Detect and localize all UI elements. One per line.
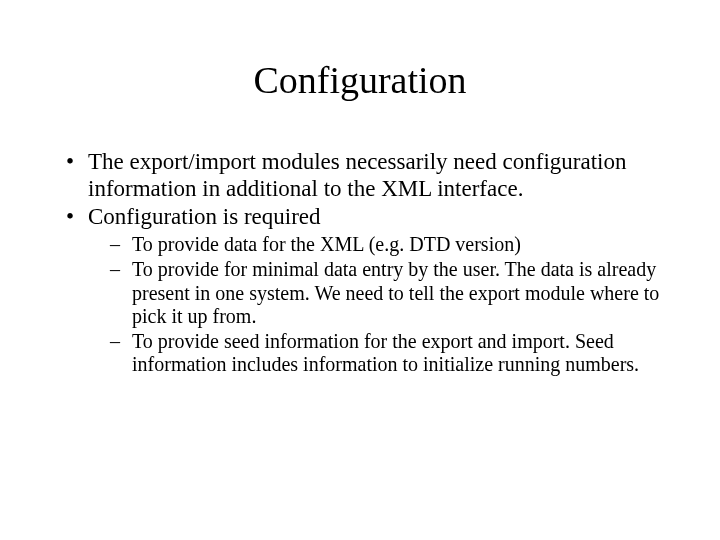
bullet-item: Configuration is required To provide dat… bbox=[60, 203, 660, 377]
slide-content: The export/import modules necessarily ne… bbox=[60, 148, 660, 377]
sub-bullet-text: To provide seed information for the expo… bbox=[132, 330, 639, 376]
sub-bullet-item: To provide data for the XML (e.g. DTD ve… bbox=[88, 233, 660, 257]
bullet-item: The export/import modules necessarily ne… bbox=[60, 148, 660, 202]
sub-bullet-text: To provide for minimal data entry by the… bbox=[132, 258, 659, 327]
bullet-list: The export/import modules necessarily ne… bbox=[60, 148, 660, 377]
sub-bullet-text: To provide data for the XML (e.g. DTD ve… bbox=[132, 233, 521, 255]
bullet-text: Configuration is required bbox=[88, 204, 321, 229]
sub-bullet-list: To provide data for the XML (e.g. DTD ve… bbox=[88, 233, 660, 377]
bullet-text: The export/import modules necessarily ne… bbox=[88, 149, 626, 201]
slide: Configuration The export/import modules … bbox=[0, 58, 720, 540]
sub-bullet-item: To provide seed information for the expo… bbox=[88, 330, 660, 377]
sub-bullet-item: To provide for minimal data entry by the… bbox=[88, 258, 660, 329]
slide-title: Configuration bbox=[0, 58, 720, 102]
